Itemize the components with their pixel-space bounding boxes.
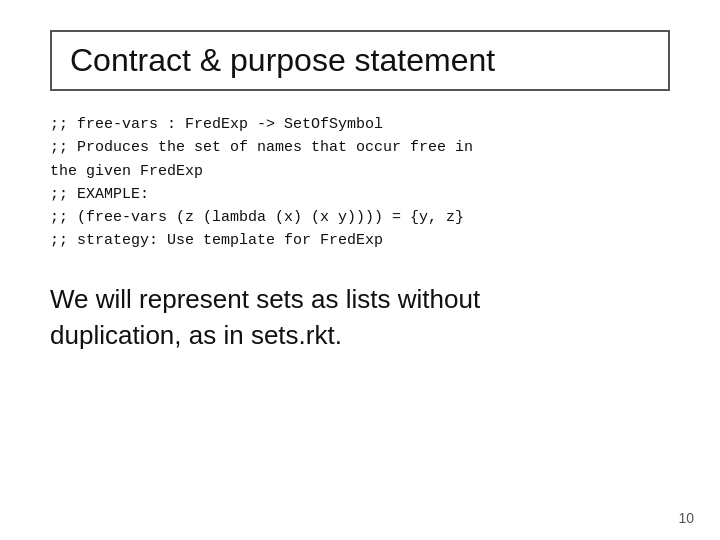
code-line-2: ;; Produces the set of names that occur … [50, 136, 670, 159]
body-text-line1: We will represent sets as lists without [50, 284, 480, 314]
code-line-5: ;; (free-vars (z (lambda (x) (x y)))) = … [50, 206, 670, 229]
page-number: 10 [678, 510, 694, 526]
title-box: Contract & purpose statement [50, 30, 670, 91]
code-block: ;; free-vars : FredExp -> SetOfSymbol ;;… [50, 113, 670, 253]
body-text-line2: duplication, as in sets.rkt. [50, 320, 342, 350]
code-line-1: ;; free-vars : FredExp -> SetOfSymbol [50, 113, 670, 136]
code-line-3: the given FredExp [50, 160, 670, 183]
slide-container: Contract & purpose statement ;; free-var… [0, 0, 720, 540]
body-text: We will represent sets as lists without … [50, 281, 670, 354]
code-line-6: ;; strategy: Use template for FredExp [50, 229, 670, 252]
code-line-4: ;; EXAMPLE: [50, 183, 670, 206]
slide-title: Contract & purpose statement [70, 42, 495, 78]
